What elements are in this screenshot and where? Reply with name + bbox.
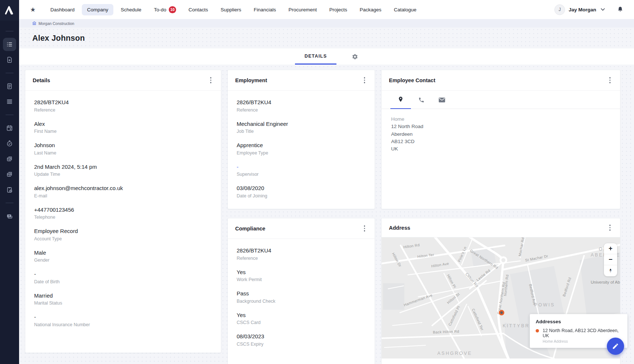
field-telephone: +447700123456Telephone xyxy=(34,206,212,220)
tab-details[interactable]: DETAILS xyxy=(295,48,336,65)
field-value: Married xyxy=(34,292,212,299)
sidebar-item-file-upload[interactable] xyxy=(3,53,16,66)
nav-label: Company xyxy=(87,7,108,12)
tilt-down-icon: ▼ xyxy=(609,271,612,273)
field-value: 2826/BT2KU4 xyxy=(237,247,366,254)
nav-item-dashboard[interactable]: Dashboard xyxy=(45,4,80,15)
kebab-menu-icon[interactable] xyxy=(607,75,613,85)
contact-tabs xyxy=(382,91,620,109)
field-label: Reference xyxy=(34,108,212,113)
field-value: Male xyxy=(34,249,212,256)
field-value: alex.johnson@mechcontractor.co.uk xyxy=(34,185,212,192)
field-work-permit: YesWork Permit xyxy=(237,269,366,283)
field-value: Mechanical Engineer xyxy=(237,120,366,128)
nav-item-contacts[interactable]: Contacts xyxy=(183,4,213,15)
nav-item-projects[interactable]: Projects xyxy=(324,4,352,15)
sidebar-item-boards[interactable] xyxy=(3,152,16,165)
nav-item-company[interactable]: Company xyxy=(82,4,113,15)
location-pin-icon xyxy=(397,96,404,103)
employment-card: Employment 2826/BT2KU4Reference Mechanic… xyxy=(227,70,375,209)
kebab-menu-icon[interactable] xyxy=(208,75,214,85)
field-update-time: 2nd March 2024, 5:14 pmUpdate Time xyxy=(34,163,212,177)
nav-label: Suppliers xyxy=(221,7,241,12)
field-value: Yes xyxy=(237,312,366,319)
sidebar-item-boards-2[interactable] xyxy=(3,168,16,181)
notifications-bell-icon[interactable] xyxy=(617,6,624,13)
nav-item-packages[interactable]: Packages xyxy=(354,4,386,15)
field-value: Alex xyxy=(34,120,212,128)
map-zoom-in-button[interactable]: + xyxy=(604,243,617,254)
sidebar-item-list[interactable] xyxy=(3,38,16,51)
nav-label: Schedule xyxy=(121,7,141,12)
company-bank-icon xyxy=(32,21,36,25)
favorites-star-icon[interactable]: ★ xyxy=(30,6,36,14)
sidebar-item-clipboard[interactable] xyxy=(3,183,16,196)
field-ni-number: -National Insurance Number xyxy=(34,313,212,327)
field-label: Job Title xyxy=(237,129,366,134)
card-title: Details xyxy=(33,77,50,83)
nav-label: Packages xyxy=(360,7,381,12)
nav-item-catalogue[interactable]: Catalogue xyxy=(389,4,422,15)
map-tilt-button[interactable]: ▲ ▼ xyxy=(604,265,617,276)
field-background-check: PassBackground Check xyxy=(237,290,366,304)
field-label: Last Name xyxy=(34,150,212,156)
nav-label: Contacts xyxy=(189,7,208,12)
todo-count-badge: 10 xyxy=(169,6,176,13)
sidebar-item-calendar[interactable] xyxy=(3,121,16,135)
breadcrumb-company: Morgan Construction xyxy=(39,21,74,26)
user-avatar[interactable]: J xyxy=(554,4,565,15)
field-value: Yes xyxy=(237,269,366,276)
sidebar-item-rows[interactable] xyxy=(3,95,16,108)
field-gender: MaleGender xyxy=(34,249,212,263)
field-label: Background Check xyxy=(237,299,366,304)
nav-label: Catalogue xyxy=(394,7,417,12)
page-title: Alex Johnson xyxy=(32,34,634,43)
sidebar-divider xyxy=(6,73,14,73)
field-value: Employee Record xyxy=(34,228,212,235)
nav-item-financials[interactable]: Financials xyxy=(248,4,281,15)
sidebar-item-document[interactable] xyxy=(3,80,16,93)
nav-item-schedule[interactable]: Schedule xyxy=(116,4,146,15)
kebab-menu-icon[interactable] xyxy=(607,222,613,233)
field-label: Work Permit xyxy=(237,277,366,282)
boards-copy-icon xyxy=(6,171,13,178)
contact-tab-phone[interactable] xyxy=(411,91,431,109)
edit-fab-button[interactable] xyxy=(607,338,624,355)
field-value: Johnson xyxy=(34,142,212,149)
card-title: Compliance xyxy=(235,226,265,232)
contact-tab-address[interactable] xyxy=(390,91,411,109)
field-label: Update Time xyxy=(34,172,212,177)
map-poi-label: University of Aberd xyxy=(591,280,620,284)
tab-bar: DETAILS xyxy=(19,48,634,65)
kebab-menu-icon[interactable] xyxy=(362,75,368,85)
employee-contact-card: Employee Contact xyxy=(381,70,620,209)
app-logo[interactable] xyxy=(0,0,19,21)
top-navigation-bar: ★ Dashboard Company Schedule To-do 10 Co… xyxy=(19,0,634,19)
nav-item-suppliers[interactable]: Suppliers xyxy=(215,4,246,15)
nav-item-todo[interactable]: To-do 10 xyxy=(149,3,181,16)
field-value: Pass xyxy=(237,290,366,297)
field-job-title: Mechanical EngineerJob Title xyxy=(237,120,366,134)
home-address-block: Home 12 North Road Aberdeen AB12 3CD UK xyxy=(382,109,620,159)
chevron-down-icon[interactable] xyxy=(601,8,605,11)
field-first-name: AlexFirst Name xyxy=(34,120,212,134)
nav-label: To-do xyxy=(154,7,166,12)
kebab-menu-icon[interactable] xyxy=(362,223,368,234)
user-name[interactable]: Jay Morgan xyxy=(569,7,596,12)
contact-tab-email[interactable] xyxy=(431,91,452,109)
breadcrumb[interactable]: Morgan Construction xyxy=(19,19,634,28)
sidebar-divider xyxy=(6,114,14,115)
field-label: Marital Status xyxy=(34,301,212,306)
sidebar-item-wallet[interactable] xyxy=(3,210,16,223)
nav-item-procurement[interactable]: Procurement xyxy=(283,4,322,15)
nav-label: Financials xyxy=(254,7,276,12)
tab-settings-gear-icon[interactable] xyxy=(352,54,358,60)
map-zoom-out-button[interactable]: − xyxy=(604,254,617,265)
field-label: Date of Birth xyxy=(34,279,212,284)
supervisor-link[interactable]: - xyxy=(237,163,366,171)
address-full-line: 12 North Road, AB12 3CD Aberdeen, UK xyxy=(543,328,622,338)
sidebar-item-timer[interactable] xyxy=(3,137,16,150)
map-marker-home[interactable] xyxy=(499,310,504,316)
field-value: - xyxy=(34,313,212,321)
logo-icon xyxy=(4,5,15,16)
